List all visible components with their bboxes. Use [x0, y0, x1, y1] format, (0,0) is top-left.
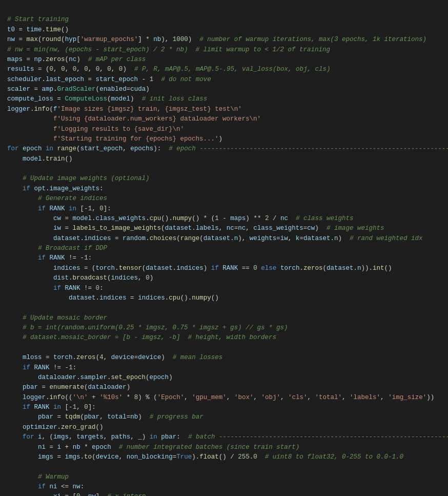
code-editor: # Start training t0 = time.time() nw = m…	[7, 5, 441, 496]
